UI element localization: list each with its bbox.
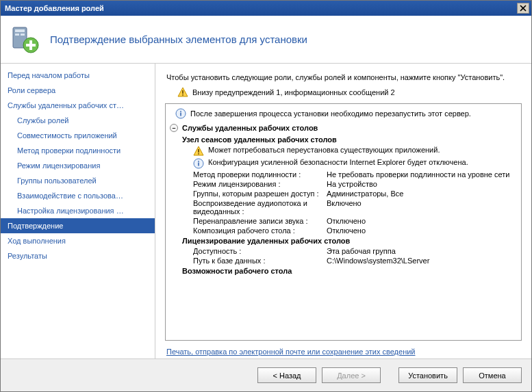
svg-rect-7 — [182, 90, 183, 94]
svg-rect-15 — [198, 163, 199, 166]
nav-confirmation[interactable]: Подтверждение — [1, 218, 155, 233]
warning-icon — [193, 146, 204, 157]
nav-user-groups[interactable]: Группы пользователей — [1, 173, 155, 188]
wizard-icon — [10, 25, 40, 55]
warning-summary: Внизу предупреждений 1, информационных с… — [177, 87, 522, 98]
kv-groups: Группы, которым разрешен доступ :Админис… — [166, 189, 521, 198]
close-button[interactable] — [517, 3, 529, 14]
cancel-button[interactable]: Отмена — [463, 367, 522, 383]
info-icon — [175, 108, 186, 119]
nav-rds[interactable]: Службы удаленных рабочих ст… — [1, 98, 155, 113]
kv-audio-redirect: Перенаправление записи звука :Отключено — [166, 216, 521, 226]
window-title: Мастер добавления ролей — [5, 4, 517, 12]
svg-rect-1 — [15, 29, 25, 32]
kv-av-playback: Воспроизведение аудиопотока и видеоданны… — [166, 198, 521, 216]
warning-summary-text: Внизу предупреждений 1, информационных с… — [192, 88, 395, 96]
nav-before-start[interactable]: Перед началом работы — [1, 68, 155, 83]
details-box: После завершения процесса установки необ… — [165, 103, 522, 341]
nav-app-compat[interactable]: Совместимость приложений — [1, 128, 155, 143]
sub-licensing: Лицензирование удаленных рабочих столов — [166, 235, 521, 246]
collapse-icon: – — [170, 124, 178, 132]
svg-rect-2 — [15, 34, 19, 36]
footer: < Назад Далее > Установить Отмена — [1, 358, 531, 391]
section-rds[interactable]: – Службы удаленных рабочих столов — [166, 122, 521, 134]
kv-availability: Доступность :Эта рабочая группа — [166, 246, 521, 256]
intro-text: Чтобы установить следующие роли, службы … — [166, 73, 522, 81]
svg-rect-3 — [21, 34, 25, 36]
sub-desktop-experience: Возможности рабочего стола — [166, 265, 521, 276]
header: Подтверждение выбранных элементов для ус… — [1, 16, 531, 64]
export-link-row: Печать, отправка по электронной почте ил… — [165, 341, 522, 358]
nav-user-interaction[interactable]: Взаимодействие с пользова… — [1, 188, 155, 203]
back-button[interactable]: < Назад — [257, 367, 316, 383]
kv-db-path: Путь к базе данных :C:\Windows\system32\… — [166, 256, 521, 265]
warning-icon — [177, 87, 188, 98]
nav-auth-method[interactable]: Метод проверки подлинности — [1, 143, 155, 158]
titlebar: Мастер добавления ролей — [1, 1, 531, 16]
msg-ie-esc-info: Конфигурация усиленной безопасности Inte… — [166, 157, 521, 170]
export-link[interactable]: Печать, отправка по электронной почте ил… — [166, 348, 416, 356]
install-button[interactable]: Установить — [398, 367, 457, 383]
close-icon — [520, 5, 527, 12]
wizard-window: Мастер добавления ролей Подтверждение вы… — [0, 0, 532, 392]
kv-licensing-mode: Режим лицензирования :На устройство — [166, 179, 521, 189]
svg-rect-8 — [182, 94, 183, 96]
nav-server-roles[interactable]: Роли сервера — [1, 83, 155, 98]
page-title: Подтверждение выбранных элементов для ус… — [50, 34, 307, 45]
nav-progress[interactable]: Ход выполнения — [1, 233, 155, 248]
nav-licensing-mode[interactable]: Режим лицензирования — [1, 158, 155, 173]
restart-notice: После завершения процесса установки необ… — [166, 107, 521, 122]
content-pane: Чтобы установить следующие роли, службы … — [155, 64, 531, 358]
nav-results[interactable]: Результаты — [1, 248, 155, 263]
kv-auth-method: Метод проверки подлинности :Не требовать… — [166, 170, 521, 179]
svg-rect-12 — [198, 149, 199, 153]
sub-session-host: Узел сеансов удаленных рабочих столов — [166, 134, 521, 145]
svg-rect-6 — [26, 44, 36, 47]
svg-rect-10 — [180, 113, 181, 116]
body: Перед началом работы Роли сервера Службы… — [1, 64, 531, 358]
sidebar: Перед началом работы Роли сервера Службы… — [1, 64, 155, 358]
nav-licensing-config[interactable]: Настройка лицензирования … — [1, 203, 155, 218]
nav-role-services[interactable]: Службы ролей — [1, 113, 155, 128]
kv-desktop-composition: Композиция рабочего стола :Отключено — [166, 226, 521, 235]
svg-rect-11 — [180, 111, 181, 112]
svg-rect-13 — [198, 153, 199, 155]
svg-rect-16 — [198, 161, 199, 162]
info-icon — [193, 158, 204, 169]
next-button: Далее > — [322, 367, 381, 383]
msg-reinstall-warning: Может потребоваться переустановка сущест… — [166, 145, 521, 157]
